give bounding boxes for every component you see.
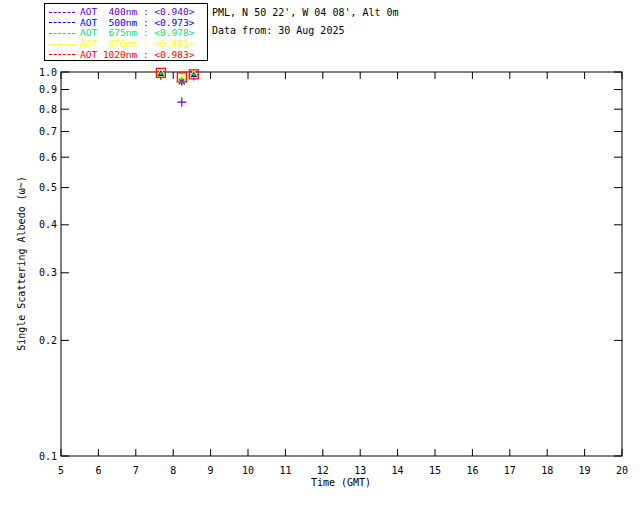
y-tick-label: 0.3 [39, 267, 57, 278]
x-tick-label: 11 [279, 465, 291, 476]
y-tick-label: 0.8 [39, 104, 57, 115]
y-tick-label: 1.0 [39, 67, 57, 78]
x-tick-label: 14 [392, 465, 404, 476]
x-tick-label: 13 [354, 465, 366, 476]
x-axis-title: Time (GMT) [241, 477, 441, 488]
y-tick-label: 0.1 [39, 451, 57, 462]
aeronet-ssa-plot: AOT 400nm : <0.940>AOT 500nm : <0.973>AO… [0, 0, 640, 512]
x-tick-label: 16 [466, 465, 478, 476]
chart-svg: 5678910111213141516171819201.00.90.80.70… [0, 0, 640, 512]
x-tick-label: 20 [616, 465, 628, 476]
y-axis-ticks: 1.00.90.80.70.60.50.40.30.20.1 [39, 67, 622, 462]
plot-frame [61, 72, 622, 456]
y-tick-label: 0.5 [39, 182, 57, 193]
y-tick-label: 0.6 [39, 152, 57, 163]
x-tick-label: 6 [95, 465, 101, 476]
x-tick-label: 18 [541, 465, 553, 476]
y-tick-label: 0.7 [39, 126, 57, 137]
y-tick-label: 0.2 [39, 335, 57, 346]
x-tick-label: 5 [58, 465, 64, 476]
x-tick-label: 19 [579, 465, 591, 476]
x-tick-label: 12 [317, 465, 329, 476]
x-tick-label: 15 [429, 465, 441, 476]
y-axis-title: Single Scattering Albedo (ω~) [16, 114, 27, 414]
x-tick-label: 9 [208, 465, 214, 476]
y-tick-label: 0.9 [39, 84, 57, 95]
x-axis-ticks: 567891011121314151617181920 [58, 72, 628, 476]
x-tick-label: 8 [170, 465, 176, 476]
y-tick-label: 0.4 [39, 219, 57, 230]
x-tick-label: 10 [242, 465, 254, 476]
x-tick-label: 17 [504, 465, 516, 476]
x-tick-label: 7 [133, 465, 139, 476]
